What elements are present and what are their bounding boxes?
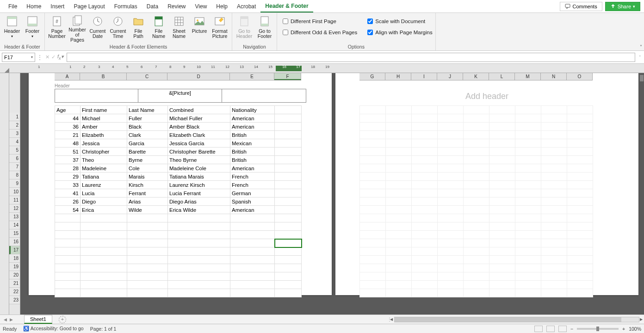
footer-button[interactable]: Footer▾ <box>23 14 42 43</box>
goto-footer-button[interactable]: Go toFooter <box>255 14 274 43</box>
cell-p2-7-7[interactable] <box>541 156 567 164</box>
cell-A20[interactable] <box>55 264 80 272</box>
cell-F22[interactable] <box>275 281 302 289</box>
cell-C11[interactable]: Ferrant <box>127 189 168 197</box>
cell-D9[interactable]: Tatiana Marais <box>168 173 230 181</box>
cell-p2-17-5[interactable] <box>489 239 515 247</box>
cell-E10[interactable]: French <box>230 181 275 189</box>
cell-p2-16-1[interactable] <box>386 231 412 239</box>
cell-D1[interactable]: Combined <box>168 106 230 114</box>
cell-p2-9-8[interactable] <box>567 173 593 181</box>
cell-A13[interactable]: 54 <box>55 206 80 214</box>
row-header-1[interactable]: 1 <box>9 113 20 121</box>
cell-A10[interactable]: 33 <box>55 181 80 189</box>
cell-p2-12-0[interactable] <box>360 197 386 206</box>
cell-p2-2-2[interactable] <box>412 114 438 123</box>
cell-E20[interactable] <box>230 264 275 272</box>
name-box[interactable]: F17 ▾ <box>2 53 35 62</box>
tab-file[interactable]: File <box>4 0 22 12</box>
page-number-button[interactable]: #PageNumber <box>48 14 66 43</box>
cell-A8[interactable]: 28 <box>55 164 80 173</box>
cell-p2-4-3[interactable] <box>438 131 464 139</box>
cell-p2-22-1[interactable] <box>386 281 412 289</box>
cell-p2-21-4[interactable] <box>464 272 489 281</box>
cell-p2-2-7[interactable] <box>541 114 567 123</box>
cell-p2-23-4[interactable] <box>464 289 489 297</box>
cell-E4[interactable]: British <box>230 131 275 139</box>
ruler-corner[interactable] <box>0 64 9 73</box>
row-header-18[interactable]: 18 <box>9 254 20 263</box>
cell-C13[interactable]: Wilde <box>127 206 168 214</box>
tab-header-footer[interactable]: Header & Footer <box>260 0 313 12</box>
cell-p2-18-8[interactable] <box>567 247 593 256</box>
cell-p2-22-3[interactable] <box>438 281 464 289</box>
cell-E5[interactable]: Mexican <box>230 139 275 148</box>
cell-D19[interactable] <box>168 256 230 264</box>
cell-A21[interactable] <box>55 272 80 281</box>
align-page-margins-checkbox[interactable]: Align with Page Margins <box>367 28 432 37</box>
cell-p2-5-4[interactable] <box>464 139 489 148</box>
cell-D10[interactable]: Laurenz Kirsch <box>168 181 230 189</box>
cell-p2-3-0[interactable] <box>360 123 386 131</box>
cell-p2-8-7[interactable] <box>541 164 567 173</box>
cell-A9[interactable]: 29 <box>55 173 80 181</box>
cell-p2-2-0[interactable] <box>360 114 386 123</box>
cell-C7[interactable]: Byrne <box>127 156 168 164</box>
col-L[interactable]: L <box>489 73 515 80</box>
cell-p2-19-6[interactable] <box>515 256 541 264</box>
cell-F3[interactable] <box>275 123 302 131</box>
cell-F1[interactable] <box>275 106 302 114</box>
cell-p2-19-5[interactable] <box>489 256 515 264</box>
header-right-box[interactable] <box>222 89 306 103</box>
cell-p2-1-3[interactable] <box>438 106 464 114</box>
cell-p2-11-2[interactable] <box>412 189 438 197</box>
cell-p2-22-7[interactable] <box>541 281 567 289</box>
cell-p2-4-2[interactable] <box>412 131 438 139</box>
cell-p2-2-4[interactable] <box>464 114 489 123</box>
col-H[interactable]: H <box>385 73 411 80</box>
cell-p2-11-8[interactable] <box>567 189 593 197</box>
tab-insert[interactable]: Insert <box>46 0 69 12</box>
cell-p2-17-4[interactable] <box>464 239 489 247</box>
cell-p2-14-6[interactable] <box>515 214 541 222</box>
tab-page-layout[interactable]: Page Layout <box>69 0 109 12</box>
row-header-6[interactable]: 6 <box>9 154 20 163</box>
cell-p2-10-1[interactable] <box>386 181 412 189</box>
comments-button[interactable]: Comments <box>560 2 602 11</box>
cell-p2-8-5[interactable] <box>489 164 515 173</box>
cell-p2-4-1[interactable] <box>386 131 412 139</box>
cell-B3[interactable]: Amber <box>80 123 127 131</box>
tab-data[interactable]: Data <box>142 0 163 12</box>
cell-p2-21-7[interactable] <box>541 272 567 281</box>
row-header-10[interactable]: 10 <box>9 188 20 196</box>
cell-p2-19-8[interactable] <box>567 256 593 264</box>
cell-p2-13-8[interactable] <box>567 206 593 214</box>
cell-p2-15-1[interactable] <box>386 222 412 231</box>
cell-p2-15-5[interactable] <box>489 222 515 231</box>
cell-D20[interactable] <box>168 264 230 272</box>
cell-C17[interactable] <box>127 239 168 247</box>
cell-p2-5-2[interactable] <box>412 139 438 148</box>
cell-p2-14-8[interactable] <box>567 214 593 222</box>
col-D[interactable]: D <box>167 73 230 80</box>
header-zone[interactable]: Header &[Picture] <box>55 83 306 103</box>
cell-C1[interactable]: Last Name <box>127 106 168 114</box>
cell-E2[interactable]: American <box>230 114 275 123</box>
cell-p2-1-6[interactable] <box>515 106 541 114</box>
cell-B6[interactable]: Christopher <box>80 148 127 156</box>
sheet-name-button[interactable]: SheetName <box>170 14 188 43</box>
cell-p2-8-0[interactable] <box>360 164 386 173</box>
col-B[interactable]: B <box>80 73 127 80</box>
cell-E11[interactable]: German <box>230 189 275 197</box>
cell-E18[interactable] <box>230 247 275 256</box>
cell-p2-13-6[interactable] <box>515 206 541 214</box>
cell-B12[interactable]: Diego <box>80 197 127 206</box>
cell-p2-10-6[interactable] <box>515 181 541 189</box>
cell-D23[interactable] <box>168 289 230 297</box>
cell-p2-15-7[interactable] <box>541 222 567 231</box>
cell-p2-10-0[interactable] <box>360 181 386 189</box>
cell-F14[interactable] <box>275 214 302 222</box>
cell-A3[interactable]: 36 <box>55 123 80 131</box>
cell-p2-1-2[interactable] <box>412 106 438 114</box>
cell-F8[interactable] <box>275 164 302 173</box>
